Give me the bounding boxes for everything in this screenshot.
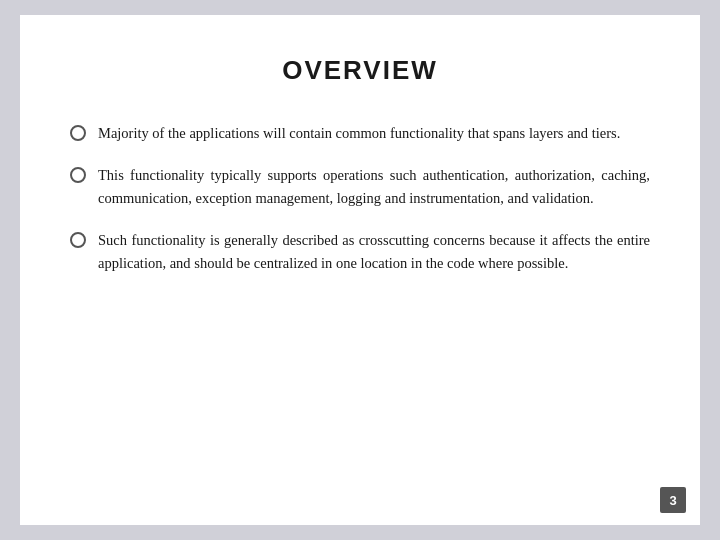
list-item: Such functionality is generally describe… (70, 229, 650, 274)
list-item: This functionality typically supports op… (70, 164, 650, 209)
slide: OVERVIEW Majority of the applications wi… (20, 15, 700, 525)
bullet-icon (70, 232, 86, 248)
bullet-icon (70, 167, 86, 183)
list-item: Majority of the applications will contai… (70, 122, 650, 144)
bullet-list: Majority of the applications will contai… (70, 122, 650, 274)
bullet-icon (70, 125, 86, 141)
bullet-text-2: This functionality typically supports op… (98, 164, 650, 209)
slide-title: OVERVIEW (70, 55, 650, 86)
bullet-text-1: Majority of the applications will contai… (98, 122, 650, 144)
page-number: 3 (660, 487, 686, 513)
bullet-text-3: Such functionality is generally describe… (98, 229, 650, 274)
